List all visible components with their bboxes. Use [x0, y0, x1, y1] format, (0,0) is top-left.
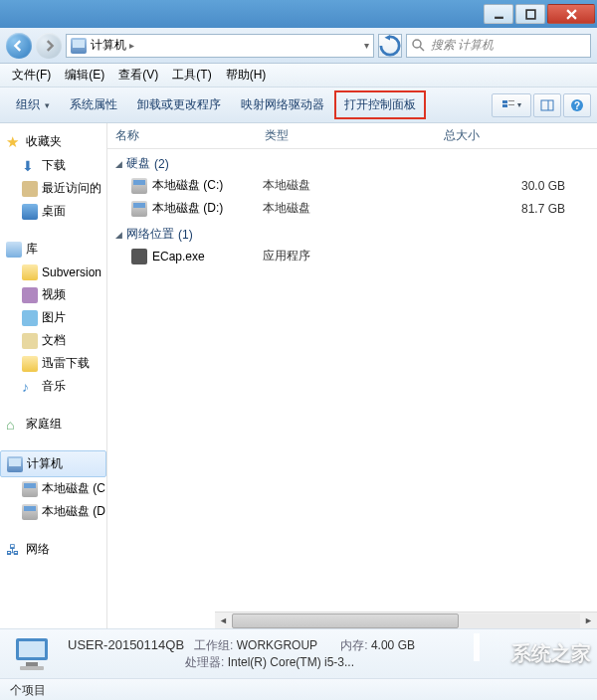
organize-button[interactable]: 组织	[6, 90, 60, 119]
nav-pictures[interactable]: 图片	[0, 306, 106, 329]
main-area: ★收藏夹 ⬇下载 最近访问的 桌面 库 Subversion 视频 图片 文档 …	[0, 123, 597, 628]
nav-downloads[interactable]: ⬇下载	[0, 154, 106, 177]
network-icon: 🖧	[6, 542, 22, 558]
nav-homegroup[interactable]: ⌂家庭组	[0, 412, 106, 437]
uninstall-button[interactable]: 卸载或更改程序	[127, 90, 231, 119]
svg-point-4	[413, 40, 421, 48]
computer-icon	[7, 456, 23, 472]
preview-pane-button[interactable]	[533, 93, 561, 117]
search-placeholder: 搜索 计算机	[431, 37, 494, 54]
svg-rect-7	[502, 104, 507, 107]
svg-rect-1	[526, 10, 535, 19]
disk-icon	[22, 504, 38, 520]
nav-desktop[interactable]: 桌面	[0, 200, 106, 223]
address-bar-row: 计算机▸ ▾ 搜索 计算机	[0, 28, 597, 64]
svg-rect-9	[508, 104, 514, 105]
breadcrumb[interactable]: 计算机▸	[91, 37, 134, 54]
dropdown-icon[interactable]: ▾	[364, 40, 369, 51]
folder-icon	[22, 356, 38, 372]
star-icon: ★	[6, 134, 22, 150]
disk-icon	[22, 481, 38, 497]
collapse-icon: ◢	[115, 159, 122, 169]
svg-line-5	[420, 47, 424, 51]
svg-rect-17	[20, 666, 44, 670]
item-count: 个项目	[10, 682, 46, 699]
col-name[interactable]: 名称	[107, 123, 257, 148]
svg-rect-6	[502, 100, 507, 103]
window-titlebar	[0, 0, 597, 28]
nav-favorites[interactable]: ★收藏夹	[0, 129, 106, 154]
menu-file[interactable]: 文件(F)	[6, 64, 57, 87]
view-mode-button[interactable]: ▾	[492, 93, 531, 117]
group-hard-disks[interactable]: ◢ 硬盘 (2)	[107, 149, 597, 174]
nav-music[interactable]: ♪音乐	[0, 375, 106, 398]
horizontal-scrollbar[interactable]: ◄ ►	[215, 612, 597, 628]
menu-bar: 文件(F) 编辑(E) 查看(V) 工具(T) 帮助(H)	[0, 64, 597, 88]
svg-rect-15	[19, 641, 45, 657]
list-item[interactable]: ECap.exe 应用程序	[107, 245, 597, 267]
collapse-icon: ◢	[115, 230, 122, 240]
back-button[interactable]	[6, 33, 32, 59]
library-icon	[6, 242, 22, 258]
help-button[interactable]: ?	[563, 93, 591, 117]
map-drive-button[interactable]: 映射网络驱动器	[231, 90, 334, 119]
document-icon	[22, 333, 38, 349]
scroll-right-icon[interactable]: ►	[580, 612, 597, 629]
nav-videos[interactable]: 视频	[0, 283, 106, 306]
status-bar: 个项目	[0, 678, 597, 700]
music-icon: ♪	[22, 379, 38, 395]
picture-icon	[22, 310, 38, 326]
navigation-pane: ★收藏夹 ⬇下载 最近访问的 桌面 库 Subversion 视频 图片 文档 …	[0, 123, 107, 628]
nav-subversion[interactable]: Subversion	[0, 262, 106, 283]
app-icon	[131, 249, 147, 264]
disk-icon	[131, 178, 147, 194]
col-size[interactable]: 总大小	[436, 123, 597, 148]
scrollbar-thumb[interactable]	[232, 613, 459, 628]
svg-rect-16	[26, 662, 38, 666]
homegroup-icon: ⌂	[6, 417, 22, 433]
download-icon: ⬇	[22, 158, 38, 174]
folder-icon	[22, 264, 38, 280]
content-pane: 名称 类型 总大小 ◢ 硬盘 (2) 本地磁盘 (C:) 本地磁盘 30.0 G…	[107, 123, 597, 628]
svg-rect-10	[541, 100, 553, 110]
recent-icon	[22, 181, 38, 197]
video-icon	[22, 287, 38, 303]
nav-computer[interactable]: 计算机	[0, 450, 106, 477]
menu-help[interactable]: 帮助(H)	[220, 64, 273, 87]
computer-large-icon	[10, 634, 58, 674]
nav-libraries[interactable]: 库	[0, 237, 106, 262]
address-bar[interactable]: 计算机▸ ▾	[66, 34, 374, 58]
list-item[interactable]: 本地磁盘 (D:) 本地磁盘 81.7 GB	[107, 197, 597, 220]
computer-name: USER-20150114QB	[68, 637, 184, 652]
open-control-panel-button[interactable]: 打开控制面板	[334, 90, 426, 119]
nav-recent[interactable]: 最近访问的	[0, 177, 106, 200]
computer-icon	[71, 38, 87, 54]
list-item[interactable]: 本地磁盘 (C:) 本地磁盘 30.0 GB	[107, 174, 597, 197]
nav-documents[interactable]: 文档	[0, 329, 106, 352]
desktop-icon	[22, 204, 38, 220]
column-headers[interactable]: 名称 类型 总大小	[107, 123, 597, 149]
maximize-button[interactable]	[515, 4, 545, 24]
svg-text:?: ?	[574, 100, 580, 111]
menu-edit[interactable]: 编辑(E)	[59, 64, 110, 87]
svg-rect-8	[508, 100, 514, 101]
nav-network[interactable]: 🖧网络	[0, 537, 106, 562]
system-properties-button[interactable]: 系统属性	[60, 90, 127, 119]
forward-button[interactable]	[36, 33, 62, 59]
refresh-button[interactable]	[378, 34, 402, 58]
search-input[interactable]: 搜索 计算机	[406, 34, 591, 58]
menu-view[interactable]: 查看(V)	[112, 64, 164, 87]
minimize-button[interactable]	[484, 4, 513, 24]
nav-disk-c[interactable]: 本地磁盘 (C	[0, 477, 106, 500]
col-type[interactable]: 类型	[257, 123, 436, 148]
menu-tools[interactable]: 工具(T)	[166, 64, 217, 87]
toolbar: 组织 系统属性 卸载或更改程序 映射网络驱动器 打开控制面板 ▾ ?	[0, 88, 597, 123]
scroll-left-icon[interactable]: ◄	[215, 612, 232, 629]
watermark: 系统之家	[474, 636, 591, 670]
nav-xunlei[interactable]: 迅雷下载	[0, 352, 106, 375]
group-network-location[interactable]: ◢ 网络位置 (1)	[107, 220, 597, 245]
close-button[interactable]	[547, 4, 595, 24]
search-icon	[411, 38, 427, 54]
nav-disk-d[interactable]: 本地磁盘 (D	[0, 500, 106, 523]
disk-icon	[131, 201, 147, 217]
